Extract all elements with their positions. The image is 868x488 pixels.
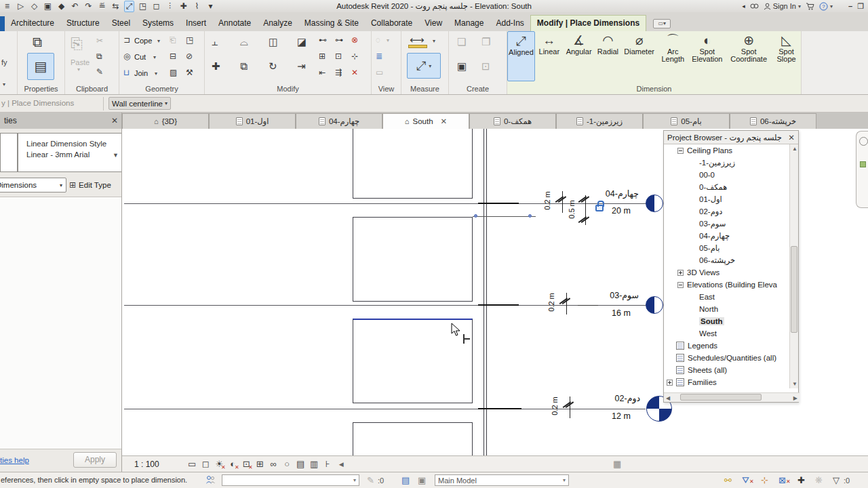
print-icon[interactable]: ≝ (97, 1, 107, 12)
split-with-gap-icon[interactable]: ⊶ (335, 36, 343, 44)
browser-item-sheets[interactable]: Sheets (all) (664, 364, 785, 376)
cut-dropdown-icon[interactable]: ▾ (153, 54, 156, 60)
help-icon[interactable]: ? ▾ (819, 2, 833, 11)
design-option-dropdown[interactable]: Main Model ▾ (435, 474, 569, 486)
tab-collaborate[interactable]: Collaborate (365, 16, 418, 31)
panel-label-properties[interactable]: Properties (18, 85, 64, 93)
split-face-icon[interactable]: ▨ (170, 68, 177, 77)
3d-view-icon[interactable]: ◳ (138, 1, 148, 12)
view-dropdown-icon[interactable]: ▾ (387, 37, 389, 43)
project-browser-header[interactable]: Project Browser - جلسه پنجم روت ✕ (664, 131, 798, 144)
dimension-value[interactable]: 0.2 m (543, 191, 551, 210)
navigation-bar-partial[interactable] (856, 131, 868, 208)
offset-icon[interactable]: ⌓ (240, 37, 248, 47)
measure-split-dropdown-icon[interactable]: ▾ (429, 63, 431, 69)
browser-item[interactable]: اول-01 (664, 193, 785, 205)
pin-icon[interactable]: ⊹ (351, 52, 358, 60)
type-selector-dropdown-icon[interactable]: ▼ (113, 150, 119, 161)
mirror-pick-axis-icon[interactable]: ◫ (269, 37, 278, 47)
window-opening-outline[interactable] (353, 217, 473, 302)
browser-item[interactable]: چهارم-04 (664, 230, 785, 242)
tab-modify-place-dimensions[interactable]: Modify | Place Dimensions (530, 15, 646, 31)
thin-lines-icon[interactable]: ≣ (376, 52, 382, 60)
select-pinned-toggle-icon[interactable]: ⊹ (761, 475, 768, 485)
level-elevation[interactable]: 16 m (612, 308, 631, 318)
trim-extend-corner-icon[interactable]: ⇥ (297, 61, 306, 71)
steering-wheel-icon[interactable] (859, 137, 868, 146)
select-dropdown-icon[interactable]: ▾ (3, 81, 5, 87)
properties-palette-header[interactable]: ties ✕ (0, 113, 122, 129)
file-tab-sliver[interactable] (0, 16, 5, 31)
tab-add-ins[interactable]: Add-Ins (490, 16, 530, 31)
tool-linear-dimension[interactable]: ↔ Linear (535, 31, 564, 81)
drag-handle[interactable] (528, 214, 532, 218)
browser-item-families[interactable]: Families (664, 376, 785, 388)
app-menu-icon[interactable]: ≡ (2, 1, 12, 12)
tab-structure[interactable]: Structure (60, 16, 106, 31)
zoom-tool-icon[interactable] (860, 161, 866, 167)
tab-systems[interactable]: Systems (136, 16, 180, 31)
scroll-right-icon[interactable]: ▶ (793, 395, 797, 401)
scale-icon[interactable]: ⊡ (335, 52, 342, 60)
scroll-left-icon[interactable]: ◀ (666, 395, 670, 401)
tool-spot-coordinate[interactable]: ⊕ Spot Coordinate (726, 31, 772, 81)
type-selector[interactable]: Linear Dimension Style Linear - 3mm Aria… (18, 133, 122, 172)
sun-path-icon[interactable]: ☀✕ (214, 459, 225, 469)
selection-filter-icon[interactable]: ▽ (833, 475, 840, 485)
shadows-icon[interactable]: ◐✕ (227, 459, 239, 469)
browser-item[interactable]: خرپشته-06 (664, 254, 785, 266)
create-similar-icon[interactable]: ❐ (481, 37, 490, 47)
panel-label-measure[interactable]: Measure (401, 85, 448, 93)
active-workset-dropdown[interactable]: ▾ (222, 474, 359, 486)
sheet-icon[interactable]: ◻ (151, 1, 161, 12)
paste-dropdown-icon[interactable]: ▾ (77, 66, 80, 73)
cut-clipboard-icon[interactable]: ✂ (96, 37, 103, 45)
tab-insert[interactable]: Insert (180, 16, 212, 31)
scroll-up-icon[interactable]: ▲ (792, 146, 797, 152)
undo-icon[interactable]: ↶ (70, 1, 80, 12)
browser-item-3d-views[interactable]: 3D Views (664, 266, 785, 279)
close-view-tab-icon[interactable]: ✕ (441, 117, 448, 126)
select-underlay-toggle-icon[interactable]: ⛛✕ (742, 475, 754, 487)
panel-label-geometry[interactable]: Geometry (119, 85, 204, 93)
reveal-hidden-icon[interactable]: ○ (281, 459, 293, 469)
section-icon[interactable]: ⇆ (111, 1, 121, 12)
view-tab-aval-01[interactable]: اول-01 (209, 113, 296, 129)
visual-style-icon[interactable]: ◻ (200, 459, 212, 469)
collapse-search-icon[interactable]: ◂ (742, 3, 745, 9)
minimize-button[interactable]: – (848, 2, 852, 10)
tab-annotate[interactable]: Annotate (212, 16, 257, 31)
constraint-lock-icon[interactable] (595, 205, 604, 211)
dimension-value[interactable]: 0.2 m (551, 396, 559, 415)
browser-item-west[interactable]: West (664, 327, 785, 340)
delete-icon[interactable]: ✕ (351, 68, 358, 77)
analytical-model-icon[interactable]: ▥ (309, 459, 320, 469)
view-tab-kharposhte-06[interactable]: خرپشته-06 (730, 113, 816, 129)
crop-region-icon[interactable]: ⊞ (254, 459, 266, 469)
create-parts-icon[interactable]: ⊡ (481, 61, 490, 71)
window-opening-outline[interactable] (353, 422, 473, 455)
tab-steel[interactable]: Steel (106, 16, 136, 31)
tab-manage[interactable]: Manage (448, 16, 490, 31)
maximize-button[interactable]: ❐ (857, 2, 864, 11)
sign-in-button[interactable]: Sign In ▾ (764, 2, 801, 10)
view-tab-south-active[interactable]: ⌂ South ✕ (382, 113, 469, 129)
browser-item[interactable]: همکف-0 (664, 181, 785, 193)
tool-diameter-dimension[interactable]: ⌀ Diameter (621, 31, 657, 81)
expand-icon[interactable] (667, 380, 673, 386)
window-opening-outline[interactable] (353, 129, 473, 199)
temporary-view-properties-icon[interactable]: ▤ (295, 459, 307, 469)
dimension-value[interactable]: 0.5 m (568, 200, 576, 219)
modify-button-partial[interactable]: fy (1, 58, 7, 66)
type-properties-icon[interactable]: ⧉ (33, 35, 42, 49)
scrollbar-thumb[interactable] (791, 246, 797, 333)
placement-dropdown[interactable]: Wall centerline ▾ (108, 97, 171, 110)
select-links-toggle-icon[interactable]: ⚯ (724, 475, 732, 485)
trim-multiple-icon[interactable]: ⇶ (335, 68, 342, 77)
tool-angular-dimension[interactable]: ∡ Angular (564, 31, 595, 81)
paste-icon[interactable]: ⎘ (71, 37, 83, 52)
drag-on-selection-toggle-icon[interactable]: ✚ (797, 475, 805, 485)
dimension-line-segment[interactable] (478, 304, 519, 306)
trim-single-icon[interactable]: ⇤ (319, 68, 326, 77)
align-icon[interactable]: ⫠ (212, 37, 218, 47)
